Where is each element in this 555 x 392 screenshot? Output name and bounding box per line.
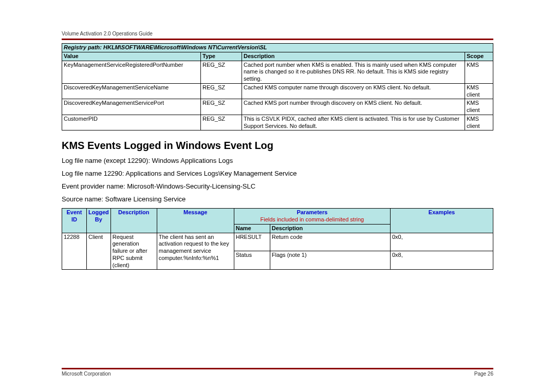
table-row: KeyManagementServiceRegisteredPortNumber… — [62, 61, 493, 83]
cell: Cached port number when KMS is enabled. … — [242, 61, 465, 83]
footer-right: Page 26 — [474, 371, 493, 377]
cell: Cached KMS computer name through discove… — [242, 83, 465, 99]
header-rule — [62, 39, 493, 40]
cell: KMS client — [465, 99, 493, 115]
cell: 12288 — [62, 233, 87, 270]
params-label: Parameters — [297, 209, 327, 215]
evt-col-params: Parameters Fields included in comma-deli… — [234, 209, 390, 225]
cell: 0x0, — [391, 233, 493, 251]
cell: DiscoveredKeyManagementServicePort — [62, 99, 201, 115]
doc-header: Volume Activation 2.0 Operations Guide — [62, 31, 493, 36]
paragraph: Event provider name: Microsoft-Windows-S… — [62, 182, 493, 190]
footer-left: Microsoft Corporation — [62, 371, 111, 377]
section-title: KMS Events Logged in Windows Event Log — [62, 140, 493, 152]
cell: Request generation failure or after RPC … — [110, 233, 157, 270]
cell: Client — [87, 233, 111, 270]
evt-col-by: Logged By — [87, 209, 111, 233]
cell: Return code — [270, 233, 390, 251]
cell: KMS client — [465, 83, 493, 99]
cell: Flags (note 1) — [270, 251, 390, 270]
paragraph: Log file name (except 12290): Windows Ap… — [62, 157, 493, 164]
evt-col-pname: Name — [234, 224, 270, 233]
evt-col-desc: Description — [110, 209, 157, 233]
cell: This is CSVLK PIDX, cached after KMS cli… — [242, 115, 465, 130]
reg-path-row: Registry path: HKLM\SOFTWARE\Microsoft\W… — [62, 44, 493, 52]
cell: The client has sent an activation reques… — [157, 233, 234, 270]
table-row: DiscoveredKeyManagementServicePort REG_S… — [62, 99, 493, 115]
cell: HRESULT — [234, 233, 270, 251]
table-row: CustomerPID REG_SZ This is CSVLK PIDX, c… — [62, 115, 493, 130]
evt-col-id: Event ID — [62, 209, 87, 233]
page-footer: Microsoft Corporation Page 26 — [62, 368, 493, 377]
cell: Status — [234, 251, 270, 270]
registry-table: Registry path: HKLM\SOFTWARE\Microsoft\W… — [62, 43, 493, 130]
params-sublabel: Fields included in comma-delimited strin… — [260, 216, 364, 222]
cell: 0x8, — [391, 251, 493, 270]
cell: KeyManagementServiceRegisteredPortNumber — [62, 61, 201, 83]
cell: CustomerPID — [62, 115, 201, 130]
cell: KMS — [465, 61, 493, 83]
cell: REG_SZ — [201, 61, 242, 83]
evt-col-msg: Message — [157, 209, 234, 233]
cell: DiscoveredKeyManagementServiceName — [62, 83, 201, 99]
evt-col-pdesc: Description — [270, 224, 390, 233]
paragraph: Log file name 12290: Applications and Se… — [62, 170, 493, 177]
footer-rule — [62, 368, 493, 369]
events-table: Event ID Logged By Description Message P… — [62, 208, 493, 270]
cell: KMS client — [465, 115, 493, 130]
paragraph: Source name: Software Licensing Service — [62, 195, 493, 203]
cell: REG_SZ — [201, 115, 242, 130]
table-row: 12288 Client Request generation failure … — [62, 233, 493, 251]
reg-col-value: Value — [62, 52, 201, 61]
evt-col-examples: Examples — [391, 209, 493, 233]
cell: REG_SZ — [201, 99, 242, 115]
cell: REG_SZ — [201, 83, 242, 99]
reg-col-scope: Scope — [465, 52, 493, 61]
reg-col-desc: Description — [242, 52, 465, 61]
table-row: DiscoveredKeyManagementServiceName REG_S… — [62, 83, 493, 99]
reg-col-type: Type — [201, 52, 242, 61]
cell: Cached KMS port number through discovery… — [242, 99, 465, 115]
